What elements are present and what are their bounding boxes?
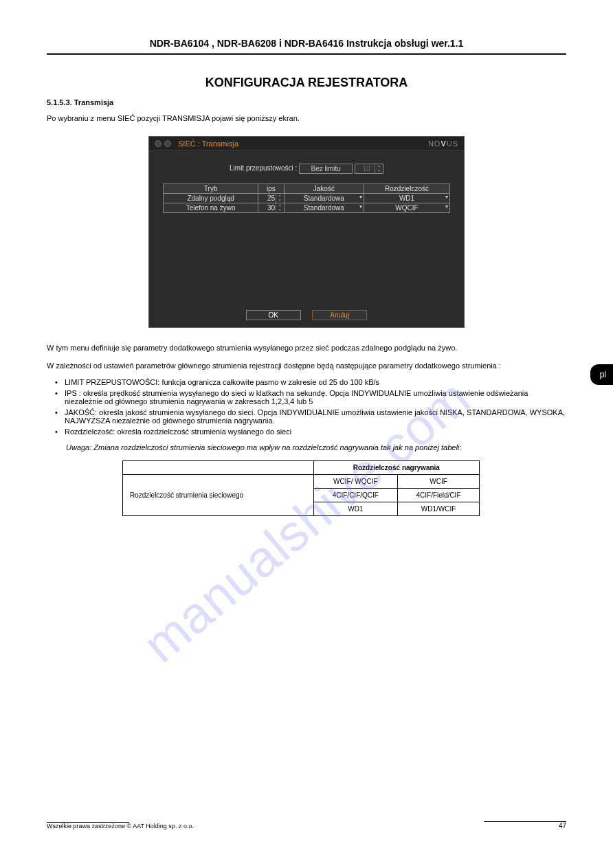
note: Uwaga: Zmiana rozdzielczości strumienia …: [66, 443, 566, 453]
footer-rights: Wszelkie prawa zastrzeżone © AAT Holding…: [47, 823, 194, 830]
ok-button[interactable]: OK: [246, 310, 301, 320]
cell-rec: 4CIF/Field/CIF: [398, 488, 480, 502]
cell-mode: Telefon na żywo: [164, 203, 258, 213]
list-item: •Rozdzielczość: określa rozdzielczość st…: [55, 427, 566, 436]
transmission-dialog: SIEĆ : Transmisja NOVUS Limit przepustow…: [148, 136, 465, 328]
doc-title: NDR-BA6104 , NDR-BA6208 i NDR-BA6416 Ins…: [47, 38, 566, 49]
language-tab[interactable]: pl: [590, 364, 613, 385]
th-mode: Tryb: [164, 184, 258, 194]
bandwidth-limit-spinner[interactable]: 10 ▲▼: [355, 164, 383, 174]
th-recording-res: Rozdzielczość nagrywania: [313, 460, 479, 474]
note-label: Uwaga:: [66, 443, 91, 452]
window-button-1[interactable]: [155, 140, 161, 147]
bandwidth-limit-row: Limit przepustowości : Bez limitu 10 ▲▼: [163, 164, 450, 174]
list-item: •JAKOŚĆ: określa jakość strumienia wysył…: [55, 408, 566, 425]
row-head-network-res: Rozdzielczość strumienia sieciowego: [123, 474, 314, 515]
double-rule: [47, 53, 566, 55]
paragraph-2: W zależności od ustawień parametrów głów…: [47, 361, 566, 371]
th-quality: Jakość: [284, 184, 364, 194]
cell-ips-spinner[interactable]: 25▲▼: [258, 194, 284, 203]
cell-quality-select[interactable]: Standardowa: [284, 203, 364, 213]
bandwidth-limit-label: Limit przepustowości :: [230, 165, 297, 173]
cell-resolution-select[interactable]: WQCIF: [364, 203, 450, 213]
cell-resolution-select[interactable]: WD1: [364, 194, 450, 203]
window-button-2[interactable]: [164, 140, 171, 147]
th-blank: [123, 460, 314, 474]
cell-mode: Zdalny podgląd: [164, 194, 258, 203]
spin-down-icon[interactable]: ▼: [276, 208, 284, 213]
list-item: •LIMIT PRZEPUSTOWOŚCI: funkcja ogranicza…: [55, 378, 566, 386]
subsection-heading: 5.1.5.3. Transmisja: [47, 98, 566, 107]
brand-logo: NOVUS: [428, 140, 458, 148]
cell-net: WCIF/ WQCIF: [313, 474, 397, 488]
dialog-footer: OK Anuluj: [149, 302, 464, 327]
paragraph-1: W tym menu definiuje się parametry dodat…: [47, 343, 566, 353]
page-number: 47: [484, 822, 566, 830]
intro-text: Po wybraniu z menu SIEĆ pozycji TRANSMIS…: [47, 113, 566, 124]
cell-ips-spinner[interactable]: 30▲▼: [258, 203, 284, 213]
th-ips: ips: [258, 184, 284, 194]
cell-net: 4CIF/CIF/QCIF: [313, 488, 397, 502]
transmission-table: Tryb ips Jakość Rozdzielczość Zdalny pod…: [163, 183, 450, 213]
spin-down-icon[interactable]: ▼: [375, 169, 383, 174]
cancel-button[interactable]: Anuluj: [312, 310, 367, 320]
table-row: Zdalny podgląd 25▲▼ Standardowa WD1: [164, 194, 450, 203]
page-footer: Wszelkie prawa zastrzeżone © AAT Holding…: [47, 821, 566, 830]
th-resolution: Rozdzielczość: [364, 184, 450, 194]
table-row: Telefon na żywo 30▲▼ Standardowa WQCIF: [164, 203, 450, 213]
cell-net: WD1: [313, 502, 397, 515]
dialog-titlebar: SIEĆ : Transmisja NOVUS: [149, 137, 464, 151]
cell-rec: WD1/WCIF: [398, 502, 480, 515]
resolution-table: Rozdzielczość nagrywania Rozdzielczość s…: [122, 460, 480, 516]
cell-quality-select[interactable]: Standardowa: [284, 194, 364, 203]
section-heading: KONFIGURACJA REJESTRATORA: [47, 76, 566, 90]
bandwidth-limit-select[interactable]: Bez limitu: [299, 164, 353, 174]
list-item: •IPS : określa prędkość strumienia wysył…: [55, 389, 566, 405]
cell-rec: WCIF: [398, 474, 480, 488]
dialog-title: SIEĆ : Transmisja: [178, 140, 428, 148]
